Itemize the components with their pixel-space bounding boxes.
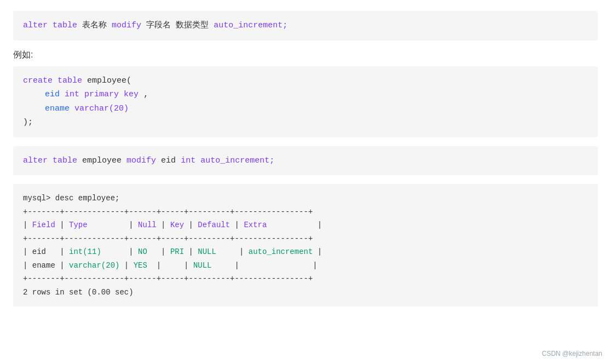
field-name-placeholder: 字段名 — [146, 21, 171, 30]
type-varchar: varchar(20) — [74, 104, 129, 113]
kw-auto-increment2: auto_increment; — [200, 156, 274, 165]
kw-key: key — [124, 90, 139, 99]
table-border-3: +-------+-------------+------+-----+----… — [23, 274, 313, 283]
kw-int2: int — [181, 156, 195, 165]
kw-modify2: modify — [126, 156, 156, 165]
table-border-1: +-------+-------------+------+-----+----… — [23, 207, 313, 216]
code-block-alter-syntax: alter table 表名称 modify 字段名 数据类型 auto_inc… — [13, 11, 598, 41]
kw-alter: alter — [23, 21, 48, 30]
table-header: | Field | Type | Null | Key | Default | … — [23, 221, 322, 229]
table-name-placeholder: 表名称 — [82, 21, 107, 30]
kw-table2: table — [57, 76, 82, 85]
table-border-2: +-------+-------------+------+-----+----… — [23, 234, 313, 243]
type-int: int — [65, 90, 79, 99]
data-type-placeholder: 数据类型 — [176, 21, 209, 30]
closing-paren: ); — [23, 118, 33, 127]
kw-alter2: alter — [23, 156, 48, 165]
code-block-mysql-output: mysql> desc employee; +-------+---------… — [13, 184, 598, 307]
kw-auto-increment: auto_increment; — [214, 21, 287, 30]
mysql-prompt: mysql> desc employee; — [23, 194, 119, 203]
kw-table3: table — [53, 156, 77, 165]
col-ename: ename — [45, 104, 70, 113]
kw-create: create — [23, 76, 53, 85]
example-label: 例如: — [13, 49, 598, 61]
kw-primary: primary — [84, 90, 119, 99]
row-count: 2 rows in set (0.00 sec) — [23, 288, 134, 297]
table-row-eid: | eid | int(11) | NO | PRI | NULL | auto… — [23, 247, 322, 256]
code-block-alter-employee: alter table employee modify eid int auto… — [13, 146, 598, 176]
kw-table: table — [53, 21, 77, 30]
kw-modify: modify — [112, 21, 141, 30]
table-row-ename: | ename | varchar(20) | YES | | NULL | | — [23, 261, 318, 270]
col-eid: eid — [45, 90, 60, 99]
code-block-create-table: create table employee( eid int primary k… — [13, 66, 598, 137]
